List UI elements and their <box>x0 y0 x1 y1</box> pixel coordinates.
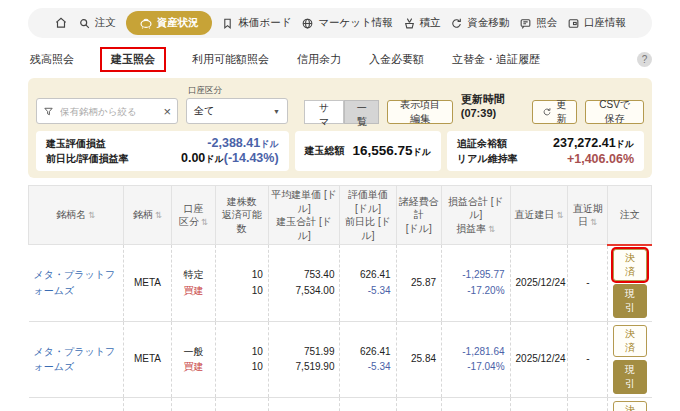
tab-available-amount[interactable]: 利用可能額照会 <box>190 48 271 71</box>
pl-label: 建玉評価損益 <box>46 137 106 151</box>
clear-filter-icon[interactable]: × <box>163 105 171 118</box>
edit-columns-button[interactable]: 表示項目編集 <box>387 100 453 124</box>
csv-save-button[interactable]: CSVで保存 <box>585 100 644 124</box>
nav-fund-transfer[interactable]: 資金移動 <box>450 16 509 30</box>
nav-home[interactable] <box>54 16 68 30</box>
total-card: 建玉総額 16,556.75ドル <box>295 131 441 171</box>
update-time: 更新時間 (07:39) <box>461 92 524 124</box>
top-navigation: 注文 資産状況 株価ボード マーケット情報 積立 資金移動 照会 <box>28 8 652 38</box>
margin-value: 237,272.41 <box>553 136 616 150</box>
cell-ticker: META <box>123 321 172 397</box>
inquiry-bubble-icon <box>519 17 532 30</box>
savings-bowl-icon <box>403 17 416 30</box>
piggy-bank-icon <box>139 16 153 30</box>
header-due-date[interactable]: 直近期日⇅ <box>568 186 608 245</box>
maintenance-label: リアル維持率 <box>457 152 518 166</box>
cell-eval-price: 626.41-5.34 <box>340 321 396 397</box>
refresh-label: 更新 <box>556 98 568 126</box>
transfer-arrow-icon <box>450 17 463 30</box>
refresh-icon <box>542 107 552 117</box>
close-position-button[interactable]: 決済 <box>613 249 646 281</box>
summary-cards: 建玉評価損益 -2,388.41ドル 前日比/評価損益率 0.00ドル(-14.… <box>36 131 644 171</box>
header-account-type[interactable]: 口座区分⇅ <box>172 186 216 245</box>
account-type-label: 口座区分 <box>186 85 288 97</box>
header-open-date[interactable]: 直近建日⇅ <box>510 186 568 245</box>
nav-order-label: 注文 <box>95 16 116 30</box>
globe-icon <box>301 17 314 30</box>
cell-due-date: - <box>568 245 608 322</box>
symbol-link[interactable]: メタ・プラットフォームズ <box>34 269 116 296</box>
nav-assets[interactable]: 資産状況 <box>126 11 212 35</box>
nav-tsumitate[interactable]: 積立 <box>403 16 441 30</box>
tab-advance-history[interactable]: 立替金・追証履歴 <box>450 48 542 71</box>
sort-icon: ⇅ <box>155 210 162 220</box>
nav-stock-board[interactable]: 株価ボード <box>221 16 291 30</box>
symbol-link[interactable]: メタ・プラットフォームズ <box>34 346 116 373</box>
tab-deposit-required[interactable]: 入金必要額 <box>367 48 426 71</box>
cell-ticker: META <box>123 245 172 322</box>
positions-body: メタ・プラットフォームズ META 特定買建 1010 753.407,534.… <box>29 245 652 411</box>
cell-avg-price: 231.021,155.10 <box>268 397 340 411</box>
account-type-select-group: 口座区分 全て ▼ <box>186 85 288 124</box>
close-position-button[interactable]: 決済 <box>613 401 646 411</box>
view-toggle: サマリ 一覧 <box>304 100 379 124</box>
cell-fees: 25.84 <box>396 321 441 397</box>
header-quantity: 建株数返済可能数 <box>215 186 268 245</box>
header-ticker[interactable]: 銘柄⇅ <box>123 186 172 245</box>
header-fees: 諸経費合計[ドル] <box>396 186 441 245</box>
nav-assets-label: 資産状況 <box>157 16 199 30</box>
funnel-icon <box>43 106 54 117</box>
header-symbol-name[interactable]: 銘柄名⇅ <box>29 186 124 245</box>
nav-inquiry[interactable]: 照会 <box>519 16 557 30</box>
day-change-rate: (-14.43%) <box>224 151 279 165</box>
cell-order: 決済 現引 <box>608 245 652 322</box>
cell-quantity: 1010 <box>215 321 268 397</box>
position-row: メタ・プラットフォームズ META 特定買建 1010 753.407,534.… <box>29 245 652 322</box>
cell-symbol-name: クラウドフレア クラスA <box>29 397 124 411</box>
table-header-row: 銘柄名⇅ 銘柄⇅ 口座区分⇅ 建株数返済可能数 平均建単価 [ドル]建玉合計 [… <box>29 186 652 245</box>
view-summary-button[interactable]: サマリ <box>304 100 344 124</box>
total-value: 16,556.75 <box>353 143 413 158</box>
bookmark-icon <box>221 17 234 30</box>
day-change-value: 0.00 <box>181 151 205 165</box>
view-list-button[interactable]: 一覧 <box>344 100 379 124</box>
account-type-select[interactable]: 全て ▼ <box>186 98 288 124</box>
cell-order: 決済 現引 <box>608 321 652 397</box>
header-avg-price: 平均建単価 [ドル]建玉合計 [ドル] <box>268 186 340 245</box>
cell-quantity: 55 <box>215 397 268 411</box>
header-eval-price: 評価単価 [ドル]前日比 [ドル] <box>340 186 396 245</box>
cell-account-type: 特定買建 <box>172 397 216 411</box>
filter-summary-panel: × 口座区分 全て ▼ サマリ 一覧 表示項目編集 更新時間 (07:39) 更… <box>28 78 652 178</box>
header-pl[interactable]: 損益合計 [ドル]損益率⇅ <box>442 186 511 245</box>
nav-market-info[interactable]: マーケット情報 <box>301 16 392 30</box>
nav-order[interactable]: 注文 <box>78 16 116 30</box>
nav-inquiry-label: 照会 <box>536 16 557 30</box>
day-change-label: 前日比/評価損益率 <box>46 152 129 166</box>
toolbar: × 口座区分 全て ▼ サマリ 一覧 表示項目編集 更新時間 (07:39) 更… <box>36 85 644 124</box>
tab-open-positions[interactable]: 建玉照会 <box>100 47 166 72</box>
sort-icon: ⇅ <box>556 210 563 220</box>
cell-pl: -1,295.77-17.20% <box>442 245 511 322</box>
account-card-icon <box>567 17 580 30</box>
nav-fund-transfer-label: 資金移動 <box>467 16 509 30</box>
nav-account-info[interactable]: 口座情報 <box>567 16 626 30</box>
cell-open-date: 2026/01/12 <box>510 397 568 411</box>
close-position-button[interactable]: 決済 <box>613 325 646 357</box>
symbol-filter-input[interactable] <box>58 105 159 118</box>
sort-icon: ⇅ <box>201 217 208 227</box>
total-label: 建玉総額 <box>305 144 345 158</box>
cell-open-date: 2025/12/24 <box>510 245 568 322</box>
cell-eval-price: 626.41-5.34 <box>340 245 396 322</box>
account-type-value: 全て <box>194 104 214 118</box>
take-delivery-button[interactable]: 現引 <box>613 284 646 318</box>
nav-market-info-label: マーケット情報 <box>318 16 392 30</box>
search-icon <box>78 17 91 30</box>
refresh-button[interactable]: 更新 <box>532 100 578 124</box>
inquiry-tabs: 残高照会 建玉照会 利用可能額照会 信用余力 入金必要額 立替金・追証履歴 ? <box>28 47 652 72</box>
tab-balance[interactable]: 残高照会 <box>28 48 76 71</box>
cell-eval-price: 235.75-4.78 <box>340 397 396 411</box>
tab-margin-power[interactable]: 信用余力 <box>295 48 343 71</box>
help-icon[interactable]: ? <box>637 52 652 67</box>
take-delivery-button[interactable]: 現引 <box>613 360 646 394</box>
pl-summary-card: 建玉評価損益 -2,388.41ドル 前日比/評価損益率 0.00ドル(-14.… <box>36 131 289 171</box>
